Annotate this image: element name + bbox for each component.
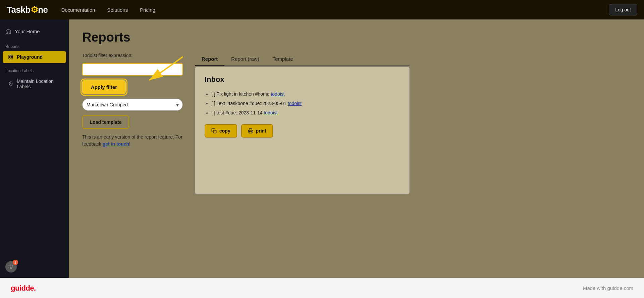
list-item: [ ] Text #taskbone #due::2023-05-01 todo… [211,99,400,108]
load-template-button[interactable]: Load template [82,115,129,129]
dropdown-wrapper: Markdown Grouped HTML Report Plain Text … [82,99,183,111]
footer: guidde. Made with guidde.com [0,278,644,298]
svg-rect-3 [11,57,13,59]
copy-button[interactable]: copy [205,124,237,138]
item-text-1: [ ] Fix light in kitchen #home [211,91,270,97]
copy-label: copy [219,128,230,134]
todoist-link-2[interactable]: todoist [288,101,302,106]
tab-report-raw[interactable]: Report (raw) [224,53,266,66]
nav-links: Documentation Solutions Pricing [61,7,609,13]
two-col-layout: Todoist filter expression: Apply filter [82,53,631,194]
logout-button[interactable]: Log out [609,4,637,15]
avatar-area: U 5 [0,256,69,278]
svg-rect-7 [249,131,252,133]
location-labels-section-label: Location Labels [0,64,69,74]
playground-label: Playground [17,54,43,60]
svg-rect-1 [11,55,13,57]
tab-report[interactable]: Report [195,53,224,66]
topnav: Taskb⚙ne Documentation Solutions Pricing… [0,0,644,19]
report-box: Inbox [ ] Fix light in kitchen #home tod… [195,67,410,194]
nav-pricing[interactable]: Pricing [140,7,155,13]
item-text-2: [ ] Text #taskbone #due::2023-05-01 [211,101,286,106]
print-button[interactable]: print [241,124,273,138]
report-list: [ ] Fix light in kitchen #home todoist [… [205,89,400,117]
logo: Taskb⚙ne [7,5,48,15]
filter-input[interactable] [82,63,183,76]
print-label: print [256,128,266,134]
apply-filter-wrapper: Apply filter [82,80,183,94]
sidebar-item-your-home[interactable]: Your Home [0,23,69,40]
sidebar-item-maintain-location[interactable]: Maintain Location Labels [3,75,66,93]
playground-icon [8,54,13,60]
footer-tagline: Made with guidde.com [583,285,633,291]
svg-rect-6 [213,130,216,133]
tab-template[interactable]: Template [266,53,300,66]
reports-section-label: Reports [0,40,69,50]
home-icon [5,28,11,34]
apply-filter-button[interactable]: Apply filter [82,80,126,94]
svg-rect-2 [9,57,10,59]
sidebar-item-playground[interactable]: Playground [3,51,66,63]
report-panel: Report Report (raw) Template Inbox [ ] F… [195,53,410,194]
feedback-text: This is an early version of the report f… [82,134,183,148]
todoist-link-3[interactable]: todoist [264,110,277,115]
svg-rect-0 [9,55,10,57]
report-actions: copy print [205,124,400,138]
todoist-link-1[interactable]: todoist [271,91,284,97]
sidebar: Your Home Reports Playground Location La… [0,19,69,278]
maintain-location-label: Maintain Location Labels [17,79,61,89]
list-item: [ ] Fix light in kitchen #home todoist [211,89,400,99]
avatar[interactable]: U 5 [5,261,17,272]
feedback-end: ! [129,141,130,147]
nav-documentation[interactable]: Documentation [61,7,95,13]
logo-gear: ⚙ [31,5,38,15]
list-item: [ ] test #due::2023-11-14 todoist [211,108,400,117]
nav-solutions[interactable]: Solutions [107,7,128,13]
inbox-title: Inbox [205,75,400,84]
footer-logo: guidde. [11,284,36,293]
left-panel: Todoist filter expression: Apply filter [82,53,183,148]
report-tabs: Report Report (raw) Template [195,53,410,66]
copy-icon [211,128,217,134]
main-layout: Your Home Reports Playground Location La… [0,19,644,278]
filter-label-text: Todoist filter expression: [82,53,183,58]
print-icon [248,128,253,134]
avatar-badge: 5 [13,260,18,265]
feedback-static: This is an early version of the report f… [82,134,182,147]
your-home-label: Your Home [15,29,40,34]
svg-point-4 [10,83,11,84]
content-area: Reports Todoist filter expression: Apply… [69,19,644,278]
page-title: Reports [82,30,631,45]
get-in-touch-link[interactable]: get in touch [103,141,129,147]
location-icon [8,81,13,87]
template-dropdown[interactable]: Markdown Grouped HTML Report Plain Text [82,99,183,111]
item-text-3: [ ] test #due::2023-11-14 [211,110,263,115]
